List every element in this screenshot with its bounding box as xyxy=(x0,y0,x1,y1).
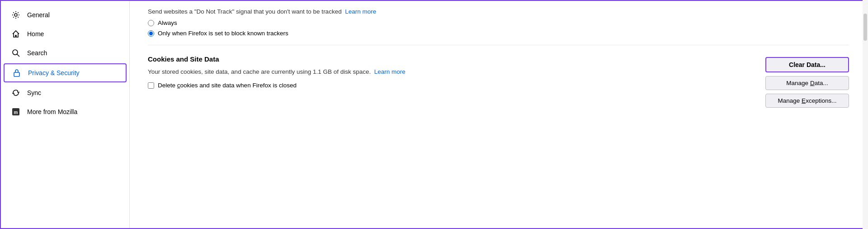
sidebar-item-more-mozilla[interactable]: m More from Mozilla xyxy=(1,102,129,121)
manage-exceptions-button[interactable]: Manage Exceptions... xyxy=(765,94,849,108)
sidebar-item-privacy-label: Privacy & Security xyxy=(28,69,80,76)
sidebar: General Home Search xyxy=(1,1,130,228)
dnt-section: Send websites a "Do Not Track" signal th… xyxy=(148,1,849,45)
delete-cookies-option: Delete cookies and site data when Firefo… xyxy=(148,82,406,89)
dnt-always-option: Always xyxy=(148,19,849,26)
sidebar-item-home[interactable]: Home xyxy=(1,24,129,43)
svg-text:m: m xyxy=(14,110,18,115)
gear-icon xyxy=(11,10,21,20)
delete-cookies-checkbox[interactable] xyxy=(148,82,154,89)
delete-cookies-label: Delete cookies and site data when Firefo… xyxy=(158,82,297,89)
svg-point-0 xyxy=(14,14,17,16)
dnt-learn-more-link[interactable]: Learn more xyxy=(345,8,376,15)
clear-data-button[interactable]: Clear Data... xyxy=(765,57,849,72)
sidebar-item-home-label: Home xyxy=(27,30,44,38)
lock-icon xyxy=(12,68,22,78)
sync-icon xyxy=(11,88,21,98)
sidebar-item-sync[interactable]: Sync xyxy=(1,83,129,102)
svg-line-2 xyxy=(17,54,20,57)
home-icon xyxy=(11,29,21,39)
sidebar-item-privacy-security[interactable]: Privacy & Security xyxy=(4,63,127,82)
manage-data-button[interactable]: Manage Data... xyxy=(765,76,849,90)
cookies-desc: Your stored cookies, site data, and cach… xyxy=(148,67,406,76)
dnt-always-label: Always xyxy=(158,19,177,26)
dnt-trackers-radio[interactable] xyxy=(148,30,154,37)
search-icon xyxy=(11,48,21,58)
scrollbar-track[interactable] xyxy=(863,1,867,228)
svg-point-1 xyxy=(13,50,18,55)
cookies-learn-more-link[interactable]: Learn more xyxy=(374,68,406,75)
sidebar-item-search[interactable]: Search xyxy=(1,43,129,62)
sidebar-item-general-label: General xyxy=(27,11,50,19)
sidebar-item-general[interactable]: General xyxy=(1,5,129,24)
cookies-section: Cookies and Site Data Your stored cookie… xyxy=(148,45,849,115)
dnt-description-text: Send websites a "Do Not Track" signal th… xyxy=(148,8,342,15)
cookies-layout: Cookies and Site Data Your stored cookie… xyxy=(148,55,849,108)
dnt-trackers-label: Only when Firefox is set to block known … xyxy=(158,30,288,37)
dnt-description: Send websites a "Do Not Track" signal th… xyxy=(148,8,849,15)
cookies-desc-text: Your stored cookies, site data, and cach… xyxy=(148,68,371,75)
cookies-title: Cookies and Site Data xyxy=(148,55,406,63)
dnt-always-radio[interactable] xyxy=(148,20,154,26)
scrollbar-thumb[interactable] xyxy=(863,14,867,41)
cookies-left: Cookies and Site Data Your stored cookie… xyxy=(148,55,406,89)
sidebar-item-search-label: Search xyxy=(27,49,47,57)
dnt-trackers-option: Only when Firefox is set to block known … xyxy=(148,30,849,37)
svg-rect-3 xyxy=(14,72,19,76)
sidebar-item-mozilla-label: More from Mozilla xyxy=(27,108,77,115)
main-content: Send websites a "Do Not Track" signal th… xyxy=(130,1,867,228)
cookies-buttons: Clear Data... Manage Data... Manage Exce… xyxy=(759,57,849,108)
mozilla-icon: m xyxy=(11,107,21,117)
sidebar-item-sync-label: Sync xyxy=(27,89,41,96)
